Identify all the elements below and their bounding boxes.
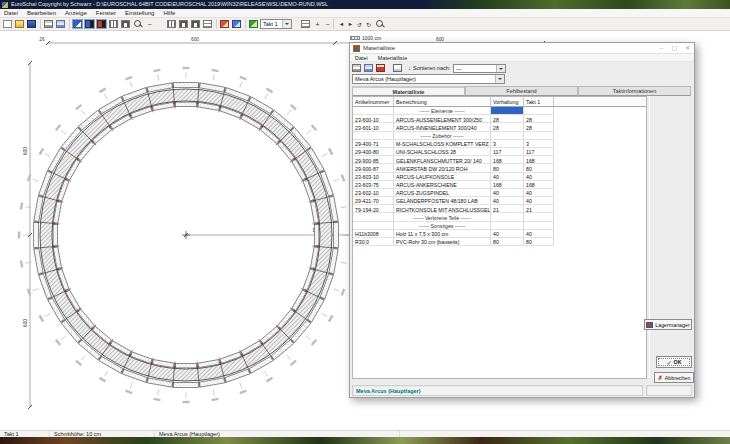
table-cell[interactable] [524, 107, 554, 115]
column-header[interactable]: Vorhaltung [491, 97, 524, 106]
minimize-icon[interactable]: – [655, 43, 668, 54]
table-cell[interactable]: ARCUS-ANKERSCHIENE [394, 181, 491, 189]
table-cell[interactable]: ------ Elemente ------ [394, 107, 491, 115]
chevron-down-icon[interactable] [282, 20, 291, 28]
layer-select[interactable]: Meva Arcus (Hauptlager) [352, 74, 505, 84]
table-row[interactable]: 23-600-10ARCUS-AUSSENELEMENT 300/2502828 [353, 115, 646, 123]
table-cell[interactable]: 40 [524, 197, 554, 205]
table-cell[interactable]: 3 [524, 140, 554, 148]
table-cell[interactable]: 79-194-20 [353, 205, 394, 213]
table-cell[interactable]: 23-603-10 [353, 173, 394, 181]
table-row[interactable]: ------ Verlorene Teile ------ [353, 213, 646, 221]
table-cell[interactable]: 40 [524, 189, 554, 197]
table-cell[interactable] [524, 213, 554, 221]
takt-red-icon[interactable] [219, 19, 230, 29]
table-cell[interactable]: 29-900-85 [353, 156, 394, 164]
table-cell[interactable]: 23-600-10 [353, 115, 394, 123]
table-cell[interactable]: 21 [524, 205, 554, 213]
table-cell[interactable]: 3 [491, 140, 524, 148]
table-cell[interactable]: 28 [491, 123, 524, 131]
maximize-icon[interactable]: ▢ [668, 43, 681, 54]
table-cell[interactable]: ------ Sonstiges ------ [394, 222, 491, 230]
menu-item[interactable]: Hilfe [163, 10, 175, 16]
table-cell[interactable]: R30,0 [353, 238, 394, 246]
rotate-right-icon[interactable]: ↻ [363, 19, 374, 29]
zoom-icon[interactable] [132, 19, 143, 29]
overview-icon[interactable] [300, 19, 311, 29]
table-cell[interactable]: 168 [491, 181, 524, 189]
column-header[interactable]: Artikelnummer [353, 97, 394, 106]
menu-item[interactable]: Datei [4, 10, 18, 16]
table-cell[interactable]: RICHTKONSOLE MIT ANSCHLUSSGELENK [394, 205, 491, 213]
table-row[interactable]: 23-601-10ARCUS-INNENELEMENT 300/2402828 [353, 123, 646, 131]
table-cell[interactable]: 80 [524, 238, 554, 246]
print-preview-icon[interactable] [55, 19, 66, 29]
table-cell[interactable] [491, 132, 524, 140]
table-cell[interactable]: 29-900-87 [353, 164, 394, 172]
table-cell[interactable] [524, 132, 554, 140]
table-row[interactable]: ------ Elemente ------ [353, 107, 646, 115]
view-fill-icon[interactable] [96, 19, 107, 29]
new-icon[interactable] [2, 19, 13, 29]
cancel-button[interactable]: ✗ Abbrechen [654, 372, 694, 383]
table-cell[interactable]: 168 [524, 181, 554, 189]
save-icon[interactable] [26, 19, 37, 29]
zoom-window-icon[interactable] [374, 19, 385, 29]
table-cell[interactable] [353, 213, 394, 221]
open-icon[interactable] [14, 19, 25, 29]
table-row[interactable]: 23-602-10ARCUS-ZUGSPINDEL4040 [353, 189, 646, 197]
opening-tool-icon[interactable] [202, 19, 213, 29]
table-cell[interactable]: 28 [524, 123, 554, 131]
table-cell[interactable] [491, 213, 524, 221]
table-cell[interactable]: 40 [491, 230, 524, 238]
table-cell[interactable]: 28 [491, 115, 524, 123]
takt-blue-icon[interactable] [231, 19, 242, 29]
table-cell[interactable]: ------ Verlorene Teile ------ [394, 213, 491, 221]
table-cell[interactable] [353, 222, 394, 230]
column-header[interactable]: Bezeichnung [394, 97, 491, 106]
table-cell[interactable]: 23-601-10 [353, 123, 394, 131]
tab-materialliste[interactable]: Materialliste [352, 86, 465, 96]
table-cell[interactable]: 40 [491, 189, 524, 197]
print-icon[interactable] [43, 19, 54, 29]
table-cell[interactable]: 29-421-70 [353, 197, 394, 205]
table-cell[interactable] [491, 107, 524, 115]
table-cell[interactable]: 23-603-75 [353, 181, 394, 189]
table-row[interactable]: H11b3008Holz 11 x 7,5 x 300 cm4040 [353, 230, 646, 238]
table-cell[interactable]: GELENKFLANSCHMUTTER 20/ 140 [394, 156, 491, 164]
table-cell[interactable]: 29-400-80 [353, 148, 394, 156]
tab-taktinformationen[interactable]: Taktinformationen [578, 86, 691, 96]
table-cell[interactable]: 80 [524, 164, 554, 172]
table-cell[interactable]: ------ Zubehör ------ [394, 132, 491, 140]
dash-icon[interactable]: − [144, 19, 155, 29]
table-cell[interactable]: PVC-Rohr 30 cm (bauseits) [394, 238, 491, 246]
table-cell[interactable]: 117 [491, 148, 524, 156]
menu-item[interactable]: Fenster [96, 10, 116, 16]
table-cell[interactable]: 80 [491, 238, 524, 246]
table-cell[interactable] [353, 107, 394, 115]
ceiling-tool-icon[interactable] [178, 19, 189, 29]
table-cell[interactable]: 21 [491, 205, 524, 213]
table-row[interactable]: 29-900-87ANKERSTAB DW 20/120 ROH8080 [353, 164, 646, 172]
menu-item[interactable]: Einstellung [125, 10, 154, 16]
table-cell[interactable]: 168 [491, 156, 524, 164]
takt-selector[interactable]: Takt 1 [260, 19, 292, 29]
table-cell[interactable]: ARCUS-LAUFKONSOLE [394, 173, 491, 181]
table-row[interactable]: 29-900-85GELENKFLANSCHMUTTER 20/ 1401681… [353, 156, 646, 164]
table-row[interactable]: ------ Sonstiges ------ [353, 222, 646, 230]
table-cell[interactable]: 28 [524, 115, 554, 123]
ok-button[interactable]: ✓ OK [656, 356, 692, 368]
table-cell[interactable] [524, 222, 554, 230]
wall-tool-icon[interactable] [166, 19, 177, 29]
table-cell[interactable] [491, 222, 524, 230]
table-cell[interactable]: 80 [491, 164, 524, 172]
menu-item[interactable]: Anzeige [65, 10, 87, 16]
table-cell[interactable]: 168 [524, 156, 554, 164]
zoom-out-icon[interactable]: − [322, 19, 333, 29]
table-row[interactable]: 29-400-80UNI-SCHALSCHLOSS 28117117 [353, 148, 646, 156]
table-row[interactable]: 79-194-20RICHTKONSOLE MIT ANSCHLUSSGELEN… [353, 205, 646, 213]
table-cell[interactable]: UNI-SCHALSCHLOSS 28 [394, 148, 491, 156]
print-preview-icon[interactable] [363, 63, 374, 73]
table-cell[interactable]: GELÄNDERPFOSTEN 48/180 LAB [394, 197, 491, 205]
table-row[interactable]: R30,0PVC-Rohr 30 cm (bauseits)8080 [353, 238, 646, 246]
